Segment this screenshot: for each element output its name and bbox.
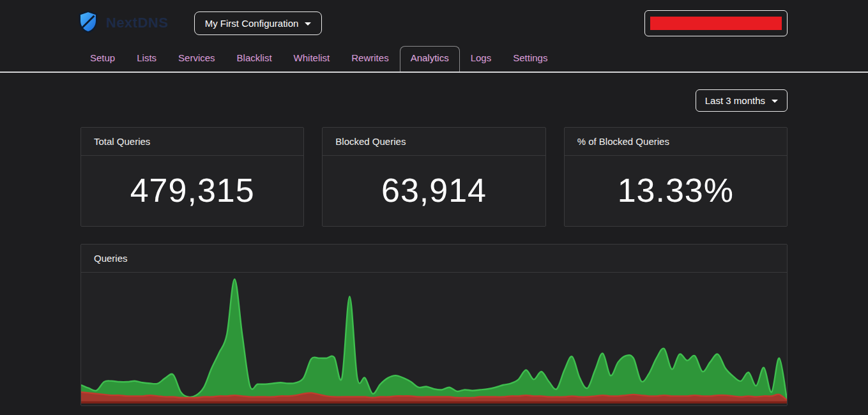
- tab-logs[interactable]: Logs: [460, 46, 503, 72]
- blocked-percent-card: % of Blocked Queries 13.33%: [564, 127, 788, 227]
- configuration-dropdown[interactable]: My First Configuration: [194, 11, 323, 35]
- blocked-queries-card-title: Blocked Queries: [323, 128, 545, 156]
- tab-blacklist[interactable]: Blacklist: [226, 46, 283, 72]
- blocked-queries-value: 63,914: [323, 156, 545, 226]
- brand[interactable]: NextDNS: [77, 10, 169, 36]
- tab-lists[interactable]: Lists: [126, 46, 167, 72]
- period-dropdown[interactable]: Last 3 months: [696, 89, 788, 112]
- tab-setup[interactable]: Setup: [79, 46, 126, 72]
- tab-settings[interactable]: Settings: [502, 46, 558, 72]
- queries-chart: [81, 273, 787, 405]
- period-row: Last 3 months: [80, 89, 788, 112]
- total-queries-card-title: Total Queries: [81, 128, 303, 156]
- configuration-dropdown-label: My First Configuration: [205, 18, 299, 29]
- queries-chart-card: Queries: [80, 244, 788, 406]
- redacted-account-text: [650, 17, 782, 30]
- main-nav-tabs: Setup Lists Services Blacklist Whitelist…: [0, 46, 868, 72]
- blocked-percent-card-title: % of Blocked Queries: [565, 128, 787, 156]
- period-dropdown-label: Last 3 months: [705, 95, 765, 106]
- app-header: NextDNS My First Configuration Setup Lis…: [0, 0, 868, 73]
- blocked-percent-value: 13.33%: [565, 156, 787, 226]
- tab-rewrites[interactable]: Rewrites: [340, 46, 399, 72]
- tab-services[interactable]: Services: [167, 46, 226, 72]
- chevron-down-icon: [305, 22, 311, 26]
- brand-wordmark: NextDNS: [106, 15, 169, 31]
- account-button[interactable]: [644, 10, 788, 36]
- tab-analytics[interactable]: Analytics: [400, 46, 460, 72]
- nextdns-shield-icon: [77, 10, 100, 36]
- queries-chart-title: Queries: [81, 245, 787, 273]
- stat-cards-row: Total Queries 479,315 Blocked Queries 63…: [80, 127, 788, 227]
- total-queries-value: 479,315: [81, 156, 303, 226]
- chevron-down-icon: [772, 100, 778, 103]
- queries-chart-area[interactable]: [81, 273, 787, 405]
- total-queries-card: Total Queries 479,315: [80, 127, 304, 227]
- header-top-row: NextDNS My First Configuration: [0, 0, 868, 46]
- blocked-queries-card: Blocked Queries 63,914: [322, 127, 545, 227]
- header-separator-line: [0, 72, 868, 73]
- analytics-page: Last 3 months Total Queries 479,315 Bloc…: [0, 89, 868, 406]
- tab-whitelist[interactable]: Whitelist: [283, 46, 341, 72]
